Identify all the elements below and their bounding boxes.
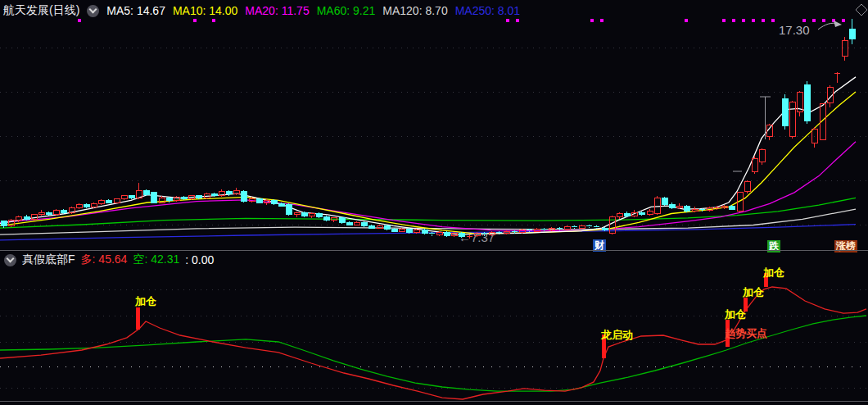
panel-separator[interactable] — [0, 250, 868, 251]
ma20-value: MA20: 11.75 — [245, 4, 309, 17]
ma-line-MA20 — [0, 142, 856, 231]
indicator-line-bull — [0, 287, 866, 399]
main-chart-header: 航天发展(日线) MA5: 14.67 MA10: 14.00 MA20: 11… — [3, 3, 520, 18]
signal-bar — [136, 307, 140, 330]
chart-canvas[interactable]: 17.30←7.37加仓龙启动加仓趋势买点加仓加仓 — [0, 0, 868, 405]
indicator-bear-value: 空: 42.31 — [133, 253, 179, 267]
indicator-title: 真假底部F — [22, 253, 75, 267]
high-price-arrowhead — [834, 20, 842, 27]
ma250-value: MA250: 8.01 — [455, 4, 520, 17]
signal-label: 加仓 — [762, 266, 784, 279]
timeline-marker-dots — [78, 19, 845, 22]
diamond-icon — [856, 4, 867, 16]
indicator-header: 真假底部F 多: 45.64 空: 42.31 : 0.00 — [4, 253, 214, 267]
signal-label: 加仓 — [134, 295, 156, 307]
signal-label: 趋势买点 — [724, 327, 767, 339]
high-price-label: 17.30 — [779, 23, 810, 37]
indicator-bull-value: 多: 45.64 — [81, 253, 128, 267]
stock-chart-window: 17.30←7.37加仓龙启动加仓趋势买点加仓加仓 航天发展(日线) MA5: … — [0, 0, 868, 405]
signal-bars: 加仓龙启动加仓趋势买点加仓加仓 — [134, 266, 784, 358]
ma-line-MA60 — [0, 198, 856, 228]
ma60-value: MA60: 9.21 — [317, 4, 376, 17]
bottom-border — [0, 401, 868, 402]
ma5-value: MA5: 14.67 — [106, 4, 165, 17]
ma-line-MA10 — [0, 92, 856, 234]
signal-label: 加仓 — [742, 286, 764, 298]
indicator-aux-value: : 0.00 — [185, 253, 214, 266]
ma120-value: MA120: 8.70 — [382, 4, 447, 17]
ma10-value: MA10: 14.00 — [173, 4, 237, 17]
collapse-main-panel-chevron-icon[interactable] — [87, 5, 99, 17]
low-price-label: ←7.37 — [459, 230, 495, 244]
signal-label: 龙启动 — [600, 329, 633, 341]
ma-line-MA5 — [0, 77, 856, 234]
main-gridlines — [0, 48, 868, 225]
signal-bar — [744, 298, 748, 312]
collapse-indicator-panel-chevron-icon[interactable] — [4, 254, 16, 266]
signal-label: 加仓 — [724, 308, 746, 321]
symbol-title: 航天发展(日线) — [3, 3, 79, 18]
